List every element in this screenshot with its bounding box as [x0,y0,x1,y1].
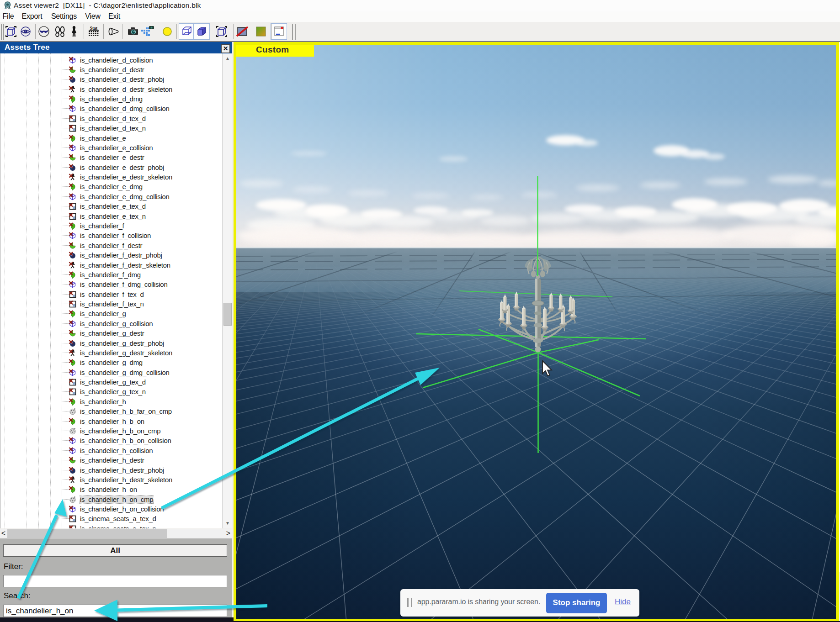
svg-text:Stat: Stat [90,26,98,31]
